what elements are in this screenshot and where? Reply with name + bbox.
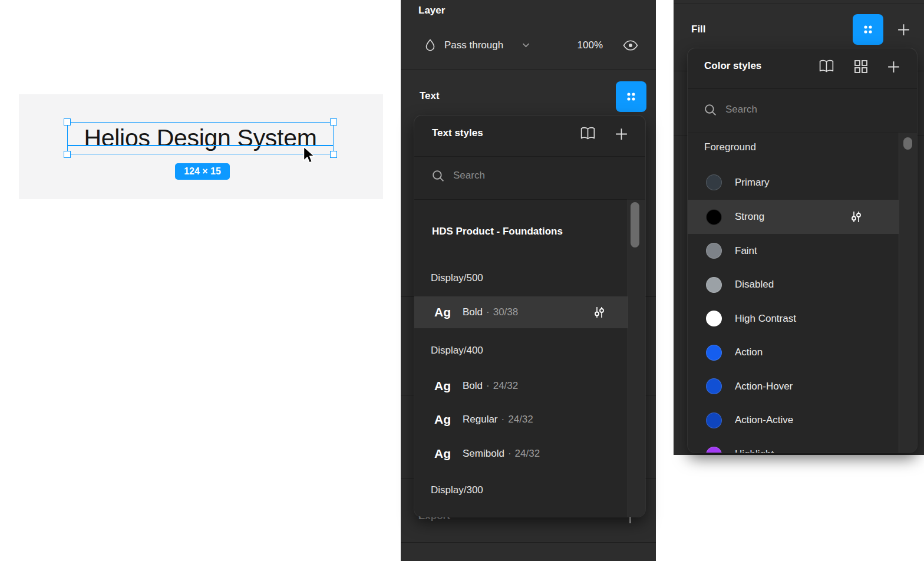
selection-handle-top-right[interactable] xyxy=(330,118,337,126)
style-group-label: Display/300 xyxy=(431,484,483,496)
open-book-icon[interactable] xyxy=(579,126,596,141)
color-name: Action-Active xyxy=(735,414,793,426)
color-styles-search-input[interactable] xyxy=(724,103,868,116)
search-icon xyxy=(431,169,445,183)
color-swatch xyxy=(706,243,722,259)
color-style-row[interactable]: Disabled xyxy=(688,268,899,302)
blend-mode-select[interactable]: Pass through xyxy=(444,39,503,51)
text-baseline-line xyxy=(67,145,334,146)
open-book-icon[interactable] xyxy=(818,59,835,74)
color-swatch xyxy=(706,311,722,326)
text-styles-title: Text styles xyxy=(432,127,483,139)
divider xyxy=(414,199,645,200)
style-weight: Bold xyxy=(463,306,483,318)
color-style-row[interactable]: Strong xyxy=(688,200,899,234)
color-swatch xyxy=(706,345,722,361)
opacity-value[interactable]: 100% xyxy=(572,39,603,51)
grid-icon[interactable] xyxy=(853,59,869,74)
color-name: High Contrast xyxy=(735,313,796,325)
style-group-label: Display/500 xyxy=(431,272,483,284)
color-name: Disabled xyxy=(735,279,774,291)
style-size: 30/38 xyxy=(493,306,519,318)
style-size: 24/32 xyxy=(493,380,519,392)
color-swatch xyxy=(706,378,722,394)
style-sample: Ag xyxy=(434,305,463,319)
style-size: 24/32 xyxy=(515,448,540,460)
separator: · xyxy=(501,414,505,425)
color-name: Highlight xyxy=(735,448,774,453)
color-swatch xyxy=(706,447,722,453)
divider xyxy=(688,88,917,89)
color-swatch xyxy=(706,209,722,225)
style-group-label: Display/400 xyxy=(431,345,483,357)
plus-icon[interactable] xyxy=(896,22,911,37)
library-name: HDS Product - Foundations xyxy=(432,226,563,237)
search-icon xyxy=(704,103,717,117)
text-section-title: Text xyxy=(420,90,440,102)
text-layer-selection-box[interactable]: Helios Design System xyxy=(67,122,334,154)
text-style-applied-button[interactable] xyxy=(616,81,646,112)
sliders-icon[interactable] xyxy=(850,210,863,223)
style-sample: Ag xyxy=(434,379,463,393)
dimension-badge-label: 124 × 15 xyxy=(184,166,221,177)
color-style-row[interactable]: Action xyxy=(688,335,899,369)
color-style-row[interactable]: High Contrast xyxy=(688,302,899,335)
color-style-row[interactable]: Faint xyxy=(688,234,899,268)
color-swatch xyxy=(706,174,722,190)
color-style-row[interactable]: Primary xyxy=(688,166,899,199)
color-swatch xyxy=(706,277,722,293)
color-name: Action-Hover xyxy=(735,381,793,392)
separator: · xyxy=(486,306,490,318)
style-sample: Ag xyxy=(434,447,463,461)
separator: · xyxy=(486,380,490,392)
layer-section-title: Layer xyxy=(418,5,445,16)
color-style-row[interactable]: Highlight xyxy=(688,437,899,453)
scrollbar-thumb[interactable] xyxy=(903,137,912,150)
fill-panel: Fill Color styles xyxy=(674,0,924,455)
text-style-row[interactable]: Ag Bold · 24/32 xyxy=(414,370,628,402)
color-style-row[interactable]: Action-Active xyxy=(688,403,899,437)
divider xyxy=(674,4,924,4)
droplet-icon xyxy=(424,38,437,51)
selection-handle-bottom-left[interactable] xyxy=(64,151,71,158)
text-styles-dropdown: Text styles HDS Product - Foundations Di… xyxy=(414,116,645,517)
selection-handle-top-left[interactable] xyxy=(64,118,71,126)
color-styles-title: Color styles xyxy=(704,60,761,72)
eye-icon[interactable] xyxy=(623,40,638,51)
scrollbar-track[interactable] xyxy=(899,133,917,453)
color-name: Strong xyxy=(735,211,764,223)
chevron-down-icon[interactable] xyxy=(522,42,530,48)
color-name: Faint xyxy=(735,245,757,257)
selection-handle-bottom-right[interactable] xyxy=(330,151,337,158)
color-styles-dropdown: Color styles Foreground Primary xyxy=(688,48,917,453)
properties-panel: Layer Pass through 100% Text Export Text… xyxy=(401,0,656,561)
divider xyxy=(414,156,645,157)
sliders-icon[interactable] xyxy=(593,306,606,319)
dimension-badge: 124 × 15 xyxy=(175,163,230,180)
text-style-row[interactable]: Ag Bold · 30/38 xyxy=(414,296,628,328)
text-styles-search-input[interactable] xyxy=(452,169,596,182)
style-weight: Bold xyxy=(463,380,483,392)
text-style-row[interactable]: Ag Regular · 24/32 xyxy=(414,404,628,435)
fill-section-title: Fill xyxy=(691,24,706,35)
plus-icon[interactable] xyxy=(614,127,629,141)
divider xyxy=(401,542,656,543)
separator: · xyxy=(508,448,512,460)
fill-style-applied-button[interactable] xyxy=(853,14,883,45)
style-dots-icon xyxy=(623,89,639,104)
scrollbar-thumb[interactable] xyxy=(631,202,639,248)
plus-icon[interactable] xyxy=(886,60,901,74)
divider xyxy=(688,133,917,133)
style-dots-icon xyxy=(860,22,876,37)
color-swatch xyxy=(706,412,722,428)
canvas-headline-text[interactable]: Helios Design System xyxy=(84,124,316,152)
mouse-cursor-icon xyxy=(302,146,316,165)
style-weight: Semibold xyxy=(463,448,504,460)
plus-icon[interactable] xyxy=(629,516,631,523)
style-sample: Ag xyxy=(434,412,463,427)
color-name: Action xyxy=(735,346,763,358)
divider xyxy=(401,69,656,70)
color-group-label: Foreground xyxy=(704,141,756,153)
color-style-row[interactable]: Action-Hover xyxy=(688,369,899,403)
text-style-row[interactable]: Ag Semibold · 24/32 xyxy=(414,437,628,470)
